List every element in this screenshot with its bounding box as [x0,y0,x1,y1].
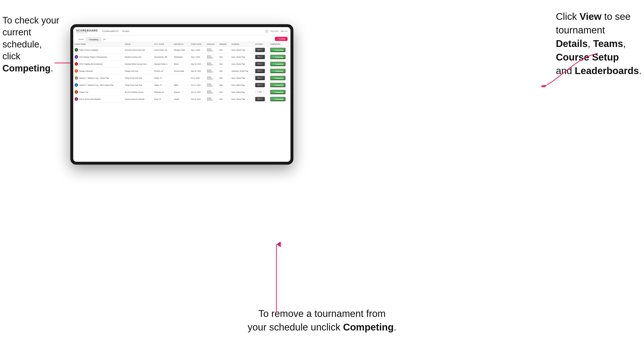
table-row: F Folds of Honor Collegiate American Dun… [73,46,290,53]
cell-actions[interactable]: View ⊙ [254,96,269,103]
competing-button[interactable]: ✓ Competing [270,97,286,101]
tab-home-label: Home [78,38,84,40]
annotation-line3: click [2,51,20,61]
tabs-bar: Home Competing All + Create [73,35,290,42]
event-name-cell: J Jackson T. Stephens Cup – Stroke Play [73,75,123,82]
cell-actions[interactable]: View ⊙ [254,60,269,68]
cell-division: NCAADivision I [205,82,218,89]
table-row: J Jackson T. Stephens Cup – Men's Match … [73,82,290,89]
col-event-name: EVENT NAME [73,42,123,46]
view-button[interactable]: View ⊙ [255,55,265,59]
event-name-cell: F Folds of Honor Collegiate [73,46,123,53]
competing-button[interactable]: ✓ Competing [270,90,286,94]
event-name-cell: W 2023 Sahalee Players Championship [73,53,123,60]
cell-competing[interactable]: ✓ Competing [269,96,290,103]
nav-tournaments[interactable]: TOURNAMENTS [102,29,118,33]
cell-scoring: team, Stroke Play [230,60,254,68]
view-button[interactable]: View ⊙ [255,62,265,66]
col-division: DIVISION [205,42,218,46]
col-actions: ACTIONS [254,42,269,46]
event-name-cell: P Papago Individual [73,68,123,75]
view-button[interactable]: View ⊙ [255,48,265,52]
cell-scoring: team, Stroke Play [230,46,254,53]
cell-hosted-by [172,75,189,82]
annotation-bold: Competing [2,63,50,73]
view-button[interactable]: View ⊙ [255,76,265,80]
col-city-state: CITY, STATE [153,42,173,46]
col-venue: VENUE [123,42,152,46]
cell-competing[interactable]: ✓ Competing [269,53,290,60]
competing-button[interactable]: ✓ Competing [270,55,286,59]
cell-actions[interactable]: View ⊙ [254,68,269,75]
annr-line1: Click [556,11,580,22]
cell-scoring: team, Stroke Play [230,96,254,103]
tab-home[interactable]: Home [76,37,86,42]
cell-hosted-by: Arizona [172,89,189,96]
cell-start-date: Sep 15, 2023 [189,60,205,68]
cell-venue: Sahalee Country Club [123,53,152,60]
cell-hosted-by: Arizona State [172,68,189,75]
annotation-bottom: To remove a tournament from your schedul… [248,307,396,334]
annb-period: . [394,322,396,333]
cell-competing[interactable]: ✓ Competing [269,82,290,89]
competing-button[interactable]: ✓ Competing [270,69,286,73]
annotation-line2: current schedule, [2,27,42,49]
annr-line3: tournament [556,25,605,35]
team-icon: H [75,97,78,101]
cell-actions[interactable]: View ⊙ [254,46,269,53]
tab-competing[interactable]: Competing [86,37,101,42]
competing-button[interactable]: ✓ Competing [270,83,286,87]
cell-venue: Trinity Forest Golf Club [123,75,152,82]
logo-text: SCOREBOARD [76,29,98,32]
col-competing: COMPETING [269,42,290,46]
cell-actions[interactable]: ✏ Edit [254,89,269,96]
cell-hosted-by: Michigan State [172,46,189,53]
cell-scoring: individual, Stroke Play [230,68,254,75]
cell-city-state: Phoenix, AZ [153,68,173,75]
scoreboard-logo: SCOREBOARD Powered by clippi [76,29,98,33]
event-name: Copper Cup [79,91,88,93]
view-button[interactable]: View ⊙ [255,83,265,87]
annr-line2: to see [602,11,631,22]
tab-all[interactable]: All [101,37,108,42]
cell-hosted-by: Washington [172,53,189,60]
cell-gender: Men [218,89,230,96]
edit-button[interactable]: ✏ Edit [255,90,264,94]
annotation-line1: To check your [2,15,59,25]
cell-actions[interactable]: View ⊙ [254,82,269,89]
competing-button[interactable]: ✓ Competing [270,48,286,52]
cell-city-state: Olympia Fields, IL [153,60,173,68]
team-icon: P [75,69,78,73]
cell-scoring: team, Match Play [230,89,254,96]
annb-line2: your schedule unclick [248,322,343,333]
cell-competing[interactable]: ✓ Competing [269,46,290,53]
cell-actions[interactable]: View ⊙ [254,53,269,60]
competing-button[interactable]: ✓ Competing [270,76,286,80]
competing-button[interactable]: ✓ Competing [270,62,286,66]
cell-competing[interactable]: ✓ Competing [269,60,290,68]
cell-start-date: Jan 14, 2024 [189,89,205,96]
cell-competing[interactable]: ✓ Competing [269,89,290,96]
cell-division: NCAADivision I [205,60,218,68]
tab-all-label: All [103,38,106,40]
cell-scoring: team, Match Play [230,82,254,89]
cell-division: NCAADivision I [205,46,218,53]
team-icon: A [75,90,78,94]
cell-venue: Papago Golf Club [123,68,152,75]
cell-actions[interactable]: View ⊙ [254,75,269,82]
user-icon [265,29,268,33]
cell-start-date: Oct 9, 2023 [189,75,205,82]
nav-right: Test User Sign out [265,29,288,33]
view-button[interactable]: View ⊙ [255,69,265,73]
cell-competing[interactable]: ✓ Competing [269,68,290,75]
view-button[interactable]: View ⊙ [255,97,265,101]
cell-city-state: Dallas, TX [153,75,173,82]
cell-gender: Men [218,75,230,82]
nav-teams[interactable]: TEAMS [122,29,130,33]
create-button[interactable]: + Create [275,37,288,41]
annr-line5: , [623,38,626,49]
tabs-left: Home Competing All [76,37,108,42]
annr-period: . [639,65,642,76]
cell-competing[interactable]: ✓ Competing [269,75,290,82]
sign-out-link[interactable]: Sign out [280,30,288,32]
